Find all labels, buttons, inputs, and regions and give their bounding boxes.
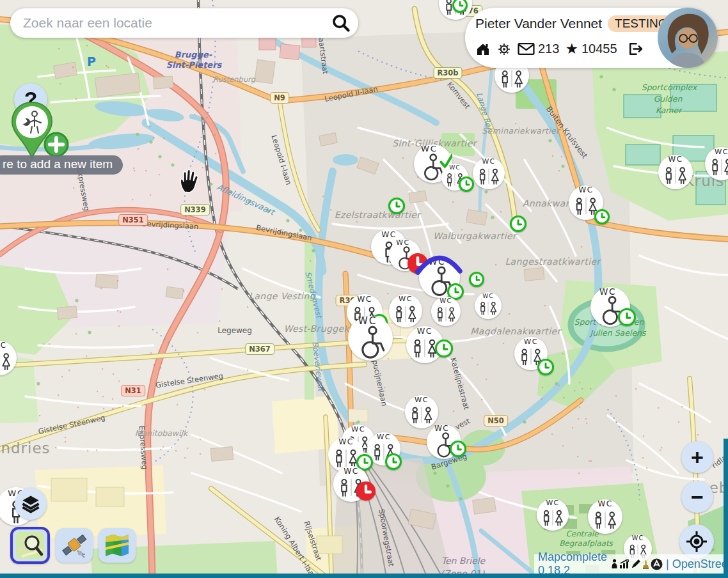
search-input[interactable] bbox=[22, 15, 331, 31]
star-icon: ★ bbox=[565, 42, 578, 56]
svg-text:WC: WC bbox=[482, 157, 495, 166]
svg-text:WC: WC bbox=[546, 499, 559, 507]
user-panel: Pieter Vander Vennet TESTING 213 ★ 10455 bbox=[465, 8, 718, 68]
geolocate-icon bbox=[684, 529, 709, 554]
svg-text:WC: WC bbox=[344, 467, 359, 476]
map-markers-layer: WCWCWCWCWCWCWCWCWCWCWC WCWCWCWCWCWCWCWCW… bbox=[0, 0, 728, 578]
opening-hours-clock-badge[interactable] bbox=[594, 209, 610, 224]
opening-hours-clock-badge[interactable] bbox=[469, 272, 484, 287]
wc-marker-pair[interactable]: WC bbox=[405, 395, 438, 428]
gear-icon[interactable] bbox=[496, 42, 512, 57]
svg-text:WC: WC bbox=[524, 337, 538, 346]
svg-text:WC: WC bbox=[351, 425, 365, 434]
layers-button[interactable] bbox=[15, 488, 47, 520]
svg-text:WC: WC bbox=[449, 164, 461, 171]
opening-hours-clock-badge[interactable] bbox=[510, 215, 526, 232]
opening-hours-clock-badge[interactable] bbox=[618, 308, 636, 326]
mail-icon[interactable] bbox=[518, 42, 535, 56]
wc-marker-pair[interactable]: WC bbox=[389, 294, 422, 327]
osm-logo-icon[interactable] bbox=[651, 558, 663, 570]
logout-icon[interactable] bbox=[627, 41, 643, 57]
basemap-foldedmap-button[interactable] bbox=[99, 528, 136, 563]
location-search-bar bbox=[10, 8, 358, 38]
layers-icon bbox=[19, 492, 42, 515]
contributor-icon[interactable] bbox=[610, 559, 619, 569]
svg-text:WC: WC bbox=[357, 295, 372, 304]
svg-text:WC: WC bbox=[381, 230, 397, 239]
svg-text:WC: WC bbox=[669, 155, 683, 164]
svg-text:WC: WC bbox=[417, 326, 433, 336]
svg-text:WC: WC bbox=[598, 499, 613, 508]
svg-text:WC: WC bbox=[715, 147, 728, 156]
opening-hours-clock-badge[interactable] bbox=[537, 359, 554, 375]
openstreetmap-link[interactable]: OpenStreetMap bbox=[672, 558, 728, 571]
mapcomplete-app: Brugge-Sint-PietersRustenburgVaartstraat… bbox=[0, 0, 728, 578]
opening-hours-clock-badge[interactable] bbox=[450, 441, 466, 457]
svg-text:WC: WC bbox=[415, 395, 429, 404]
add-item-tooltip: re to add a new item bbox=[0, 155, 123, 175]
zoom-out-button[interactable]: − bbox=[681, 481, 713, 513]
edit-pencil-icon[interactable] bbox=[631, 559, 641, 569]
attribution-icons bbox=[610, 558, 663, 570]
svg-text:WC: WC bbox=[399, 294, 413, 303]
selected-marker-arc bbox=[415, 251, 463, 277]
closed-clock-badge[interactable] bbox=[356, 481, 376, 501]
wc-marker-wheelchair[interactable]: WC bbox=[348, 316, 393, 361]
wc-marker-pair[interactable]: WC bbox=[473, 157, 505, 189]
wc-marker-pair[interactable]: WC bbox=[431, 297, 461, 326]
svg-text:WC: WC bbox=[579, 185, 594, 194]
wc-marker-pair[interactable]: WC bbox=[537, 499, 569, 531]
wc-marker-pair[interactable]: WC bbox=[475, 292, 502, 319]
bottom-edge-strip bbox=[0, 574, 728, 578]
wc-marker-pair[interactable]: WC bbox=[705, 147, 728, 180]
wc-marker-pair[interactable]: WC bbox=[658, 155, 693, 189]
svg-text:WC: WC bbox=[338, 437, 354, 446]
opening-hours-clock-badge[interactable] bbox=[435, 340, 453, 357]
svg-text:WC: WC bbox=[482, 292, 494, 299]
user-name[interactable]: Pieter Vander Vennet bbox=[475, 16, 602, 31]
basemap-osm-button[interactable] bbox=[10, 527, 50, 564]
avatar[interactable] bbox=[658, 8, 718, 68]
svg-text:WC: WC bbox=[0, 341, 6, 350]
svg-text:WC: WC bbox=[377, 432, 391, 441]
svg-text:WC: WC bbox=[396, 239, 409, 247]
statistics-icon[interactable] bbox=[619, 559, 630, 569]
attribution-bar: Mapcomplete 0.18.2 | OpenStreetMap bbox=[534, 554, 728, 574]
changeset-count[interactable]: 10455 bbox=[582, 42, 617, 56]
svg-text:WC: WC bbox=[439, 297, 452, 304]
search-button[interactable] bbox=[331, 13, 351, 33]
svg-text:WC: WC bbox=[434, 425, 449, 433]
right-edge-strip bbox=[724, 439, 728, 578]
geolocate-button[interactable] bbox=[679, 524, 714, 559]
svg-text:WC: WC bbox=[421, 144, 437, 153]
basemap-switcher bbox=[10, 527, 136, 564]
folded-map-icon bbox=[103, 532, 131, 559]
svg-text:WC: WC bbox=[358, 316, 377, 327]
svg-text:WC: WC bbox=[599, 287, 616, 297]
search-icon bbox=[331, 13, 351, 33]
wc-marker-pair[interactable]: WC bbox=[588, 499, 622, 534]
opening-hours-clock-badge[interactable] bbox=[385, 453, 402, 470]
grab-hand-cursor bbox=[178, 169, 199, 193]
zoom-in-button[interactable]: + bbox=[681, 441, 713, 473]
satellite-icon bbox=[60, 532, 88, 559]
svg-text:WC: WC bbox=[632, 535, 644, 542]
wc-marker-pair[interactable]: WC bbox=[0, 341, 17, 375]
statue-icon[interactable] bbox=[642, 559, 650, 570]
home-icon[interactable] bbox=[475, 42, 491, 57]
attribution-separator: | bbox=[666, 558, 669, 571]
osm-map-icon bbox=[15, 531, 45, 559]
opening-hours-clock-badge[interactable] bbox=[388, 198, 405, 214]
opening-hours-clock-badge[interactable] bbox=[459, 176, 474, 192]
basemap-satellite-button[interactable] bbox=[56, 528, 93, 563]
message-count[interactable]: 213 bbox=[538, 42, 559, 56]
